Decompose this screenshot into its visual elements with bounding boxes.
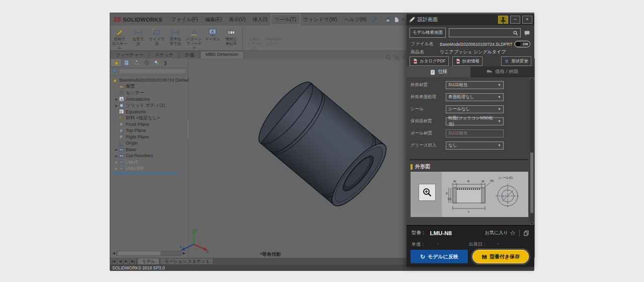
menu-item-5[interactable]: ウィンドウ(W)	[300, 15, 341, 25]
ribbon-button-label: 法	[129, 42, 147, 46]
tree-item-0[interactable]: 履歴	[110, 84, 188, 90]
fm-property-tab-icon[interactable]	[121, 59, 131, 66]
menu-item-3[interactable]: 挿入(I)	[249, 15, 271, 25]
search-icon[interactable]	[513, 30, 518, 36]
tab-スケッチ[interactable]: スケッチ	[149, 51, 179, 58]
equations-icon: Σ	[119, 109, 124, 114]
shape-change-button[interactable]: 形状変更	[501, 56, 531, 66]
tree-item-6[interactable]: Front Plane	[110, 121, 188, 128]
plane-icon	[119, 134, 124, 139]
ribbon-button-auto-dimension-scheme[interactable]: 自動寸法スキーム	[111, 27, 128, 50]
search-input[interactable]	[449, 28, 521, 37]
expand-caret-icon[interactable]: ▶	[114, 167, 119, 170]
ribbon-button-datum[interactable]: Aデータム	[204, 27, 221, 42]
model-linear-bushing[interactable]	[222, 58, 423, 230]
panel-tab-price[interactable]: 価格 / 納期	[470, 66, 534, 77]
save-with-model-number-button[interactable]: 型番付き保存	[472, 250, 529, 263]
tab-フィーチャー[interactable]: フィーチャー	[110, 51, 149, 58]
first-tab-icon[interactable]: |◀	[110, 258, 117, 264]
tree-root-item[interactable]: BaseModel20200610100724 (Default<<	[110, 77, 188, 84]
pin-menu-icon[interactable]	[370, 15, 379, 24]
clipboard-icon	[430, 69, 436, 75]
ship-value: -	[497, 241, 499, 248]
spec-label: グリース封入	[411, 143, 446, 149]
model-search-button[interactable]: モデル検索画面	[410, 28, 446, 38]
auto-dimension-scheme-icon	[111, 27, 128, 37]
panel-minimize-button[interactable]: –	[510, 16, 520, 24]
fm-overflow-chevron-icon[interactable]: ❯	[164, 60, 168, 65]
spec-select[interactable]: なし▼	[446, 142, 504, 150]
product-name-row: 商品名 リニアブッシュ シングルタイプ	[411, 49, 530, 55]
menu-item-6[interactable]: ヘルプ(H)	[341, 15, 370, 25]
spec-label: シール	[411, 106, 446, 112]
spec-select[interactable]: 樹脂(ジュラコンM90相当)▼	[446, 117, 504, 125]
tree-item-10[interactable]: ▶Base	[110, 147, 188, 153]
tree-item-8[interactable]: Right Plane	[110, 134, 188, 140]
catalog-pdf-button[interactable]: カタログPDF	[410, 56, 449, 66]
tech-info-button[interactable]: 技術情報	[452, 56, 482, 66]
next-tab-icon[interactable]: ▶	[124, 258, 130, 264]
ribbon-button-datum-location-dimension[interactable]: 基準位置寸法	[167, 27, 184, 46]
spec-row-1: 外筒表面処理表面処理なし▼	[411, 93, 526, 101]
menu-item-2[interactable]: 表示(V)	[225, 15, 249, 25]
spec-row-2: シールシールなし▼	[411, 105, 526, 113]
panel-pin-button[interactable]	[498, 16, 508, 24]
home-icon[interactable]	[384, 15, 392, 24]
menu-item-0[interactable]: ファイル(F)	[168, 15, 202, 25]
expand-caret-icon[interactable]: ▶	[114, 104, 119, 107]
fm-part-tab-icon[interactable]	[111, 59, 121, 66]
ribbon-button-size-dimension[interactable]: サイズ寸法	[148, 27, 166, 46]
new-document-icon[interactable]	[392, 15, 401, 24]
favorite-star-icon[interactable]: ☆	[510, 229, 516, 237]
tree-item-5[interactable]: 材料 <指定なし>	[110, 115, 188, 121]
expand-caret-icon[interactable]: ▶	[114, 160, 119, 164]
comment-icon[interactable]	[524, 30, 531, 36]
tree-item-4[interactable]: ΣEquations	[110, 109, 188, 115]
tree-item-1[interactable]: センサー	[110, 90, 188, 96]
spec-select[interactable]: シールなし▼	[446, 105, 504, 113]
tree-item-2[interactable]: ▶AAnnotations	[110, 96, 188, 103]
menu-item-4[interactable]: ツール(T)	[271, 15, 300, 25]
tree-item-9[interactable]: Origin	[110, 140, 188, 147]
ribbon-button-location-dimension[interactable]: 位置寸法	[129, 27, 147, 46]
fm-dimxpert-tab-icon[interactable]	[141, 59, 151, 66]
tab-評価[interactable]: 評価	[180, 51, 200, 58]
status-text: SOLIDWORKS 2019 SP3.0	[112, 265, 165, 270]
dropdown-caret-icon[interactable]: ▾	[402, 18, 404, 22]
menu-item-1[interactable]: 編集(E)	[201, 15, 225, 25]
svg-text:A: A	[120, 97, 123, 102]
tree-item-13[interactable]: ▶LMU-MX	[110, 165, 188, 172]
scrollbar-thumb[interactable]	[530, 153, 533, 213]
tree-filter-input[interactable]	[119, 68, 186, 75]
featuremanager-tab-strip: ❯	[110, 58, 188, 67]
doc-tab-0[interactable]: モデル	[137, 258, 159, 264]
tree-item-12[interactable]: ▶LMUT	[110, 159, 188, 166]
spec-select[interactable]: SUJ2相当▼	[446, 81, 504, 89]
tab-MBD Dimension[interactable]: MBD Dimension	[200, 51, 244, 58]
panel-close-button[interactable]: ×	[522, 16, 532, 24]
scrollbar-track[interactable]	[116, 251, 182, 256]
ribbon-button-pattern-feature[interactable]: パターンフィーチャ	[185, 27, 203, 50]
drawing-zoom-button[interactable]	[419, 184, 436, 201]
spec-select[interactable]: 表面処理なし▼	[446, 93, 504, 101]
tree-item-7[interactable]: Top Plane	[110, 127, 188, 134]
expand-caret-icon[interactable]: ▶	[114, 97, 119, 101]
scroll-left-icon[interactable]: ◀	[111, 251, 116, 255]
expand-caret-icon[interactable]: ▶	[114, 148, 119, 151]
scroll-up-icon[interactable]: ▲	[530, 77, 534, 80]
tree-item-3[interactable]: ▶ソリッド ボディ(1)	[110, 102, 188, 109]
fm-config-tab-icon[interactable]	[131, 59, 141, 66]
apply-to-model-button[interactable]: ↻ モデルに反映	[411, 250, 468, 263]
tree-item-11[interactable]: ▶Cut-Revolve1	[110, 153, 188, 159]
last-tab-icon[interactable]: ▶|	[130, 258, 137, 264]
rollback-bar[interactable]	[112, 173, 178, 174]
prev-tab-icon[interactable]: ◀	[117, 258, 123, 264]
scrollbar-thumb[interactable]	[118, 251, 160, 255]
copy-icon[interactable]	[523, 230, 529, 236]
fm-display-tab-icon[interactable]	[151, 59, 162, 66]
panel-tab-spec[interactable]: 仕様	[407, 66, 470, 77]
file-toggle[interactable]: ON	[514, 41, 530, 47]
expand-caret-icon[interactable]: ▶	[114, 154, 119, 158]
doc-tab-1[interactable]: モーション スタディ 1	[160, 258, 213, 264]
ribbon-button-geometric-tolerance[interactable]: 幾何公差記号	[222, 27, 240, 46]
